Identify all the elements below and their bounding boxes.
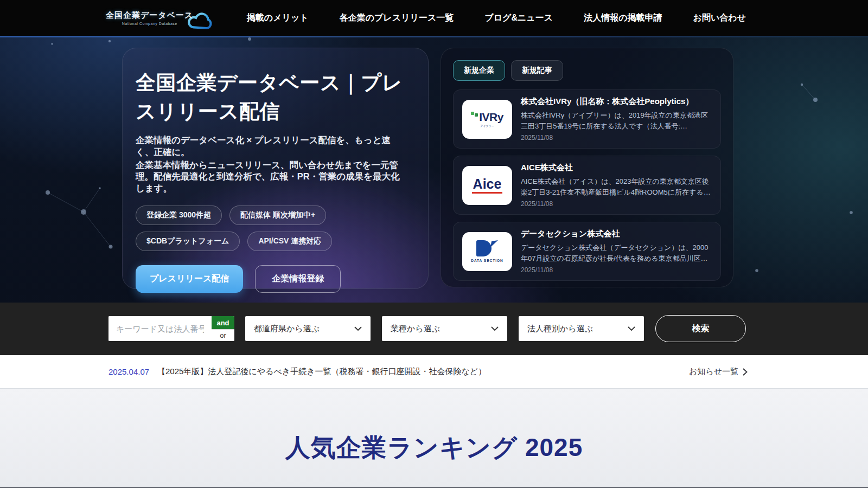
keyword-search-group: and or [108,316,234,341]
company-card-datasection[interactable]: DATA SECTION データセクション株式会社 データセクション株式会社（デ… [453,222,721,281]
ivry-logo-squares-icon [471,112,478,117]
ivry-logo: IVRy アイブリー [462,100,512,139]
and-or-toggle: and or [212,316,234,341]
ranking-title: 人気企業ランキング 2025 [285,431,583,487]
nav-item-merits[interactable]: 掲載のメリット [247,12,309,24]
company-info: データセクション株式会社 データセクション株式会社（データセクション）は、200… [521,229,712,274]
company-description: AICE株式会社（アイス）は、2023年設立の東京都文京区後楽2丁目3-21住友… [521,176,712,197]
page: 全国企業データベース National Company Database 掲載の… [0,0,868,488]
hero-intro-card: 全国企業データベース｜プレスリリース配信 企業情報のデータベース化 × プレスリ… [122,48,429,289]
company-title: AICE株式会社 [521,163,712,173]
ivry-logo-subtext: アイブリー [480,124,494,127]
company-info: AICE株式会社 AICE株式会社（アイス）は、2023年設立の東京都文京区後楽… [521,163,712,208]
tag-cdb-platform: $CDBプラットフォーム [136,232,240,251]
hero-title: 全国企業データベース｜プレスリリース配信 [136,69,403,126]
search-section: and or 都道府県から選ぶ 業種から選ぶ 法人種別から選ぶ 検索 [0,303,868,355]
company-title: データセクション株式会社 [521,229,712,239]
logo-title: 全国企業データベース [106,10,193,21]
announcement-list-link-label: お知らせ一覧 [689,367,738,377]
nav-item-listing-application[interactable]: 法人情報の掲載申請 [584,12,662,24]
panel-tabs: 新規企業 新規記事 [453,60,721,81]
company-date: 2025/11/08 [521,134,712,142]
company-date: 2025/11/08 [521,200,712,208]
tag-distribution-media: 配信媒体 順次増加中+ [229,206,326,225]
header: 全国企業データベース National Company Database 掲載の… [0,0,868,36]
or-toggle-button[interactable]: or [212,329,234,341]
chevron-right-icon [743,368,748,376]
announcement-list-link[interactable]: お知らせ一覧 [689,367,748,377]
company-register-button[interactable]: 企業情報登録 [255,265,341,293]
hero-section: 全国企業データベース｜プレスリリース配信 企業情報のデータベース化 × プレスリ… [0,36,868,303]
ranking-section: 人気企業ランキング 2025 [0,389,868,487]
company-card-ivry[interactable]: IVRy アイブリー 株式会社IVRy（旧名称：株式会社Peoplytics） … [453,89,721,149]
announcement-title[interactable]: 【2025年版】法人登記後にやるべき手続き一覧（税務署・銀行口座開設・社会保険な… [157,367,486,377]
search-button[interactable]: 検索 [655,315,746,342]
site-logo[interactable]: 全国企業データベース National Company Database [106,5,213,31]
chevron-down-icon [628,326,635,331]
ivry-logo-text: IVRy [479,111,503,124]
tag-registered-companies: 登録企業 3000件超 [136,206,222,225]
main-nav: 掲載のメリット 各企業のプレスリリース一覧 ブログ&ニュース 法人情報の掲載申請… [247,12,746,24]
nav-item-contact[interactable]: お問い合わせ [693,12,746,24]
company-card-aice[interactable]: Aice AICE株式会社 AICE株式会社（アイス）は、2023年設立の東京都… [453,156,721,215]
hero-buttons: プレスリリース配信 企業情報登録 [136,265,403,293]
press-release-button[interactable]: プレスリリース配信 [136,265,243,293]
hero-description-line1: 企業情報のデータベース化 × プレスリリース配信を、もっと速く、正確に。 [136,134,403,158]
datasection-logo: DATA SECTION [462,232,512,271]
chevron-down-icon [354,326,362,331]
and-toggle-button[interactable]: and [212,316,234,329]
industry-select[interactable]: 業種から選ぶ [382,316,507,341]
company-card-list: IVRy アイブリー 株式会社IVRy（旧名称：株式会社Peoplytics） … [453,89,721,281]
hero-tags: 登録企業 3000件超 配信媒体 順次増加中+ $CDBプラットフォーム API… [136,206,380,251]
aice-logo: Aice [462,166,512,205]
corporation-type-select-value: 法人種別から選ぶ [527,324,593,334]
chevron-down-icon [491,326,499,331]
company-description: 株式会社IVRy（アイブリー）は、2019年設立の東京都港区三田3丁目5番19号… [521,110,712,131]
datasection-logo-mark-icon [476,240,498,256]
nav-item-blog-news[interactable]: ブログ&ニュース [484,12,553,24]
prefecture-select-value: 都道府県から選ぶ [254,324,320,334]
announcement-date: 2025.04.07 [108,367,149,376]
logo-text: 全国企業データベース National Company Database [106,10,193,25]
nav-item-press-releases[interactable]: 各企業のプレスリリース一覧 [340,12,454,24]
company-info: 株式会社IVRy（旧名称：株式会社Peoplytics） 株式会社IVRy（アイ… [521,97,712,142]
announcement-bar: 2025.04.07 【2025年版】法人登記後にやるべき手続き一覧（税務署・銀… [0,355,868,389]
datasection-logo-text: DATA SECTION [471,259,503,262]
prefecture-select[interactable]: 都道府県から選ぶ [245,316,371,341]
company-description: データセクション株式会社（データセクション）は、2000年07月設立の石原紀彦が… [521,242,712,264]
company-title: 株式会社IVRy（旧名称：株式会社Peoplytics） [521,97,712,107]
hero-description-line2: 企業基本情報からニュースリリース、問い合わせ先までを一元管理。配信先最適化と到達… [136,159,403,195]
tab-new-companies[interactable]: 新規企業 [453,60,505,81]
corporation-type-select[interactable]: 法人種別から選ぶ [519,316,644,341]
company-date: 2025/11/08 [521,266,712,274]
tab-new-articles[interactable]: 新規記事 [511,60,563,81]
logo-subtitle: National Company Database [106,22,193,25]
industry-select-value: 業種から選ぶ [391,324,440,334]
new-companies-panel: 新規企業 新規記事 IVRy アイブリー 株式会社IVRy（旧名称：株式会社Pe… [441,48,733,287]
tag-api-csv: API/CSV 連携対応 [247,232,332,251]
keyword-input[interactable] [108,316,212,341]
aice-logo-text: Aice [472,177,503,194]
